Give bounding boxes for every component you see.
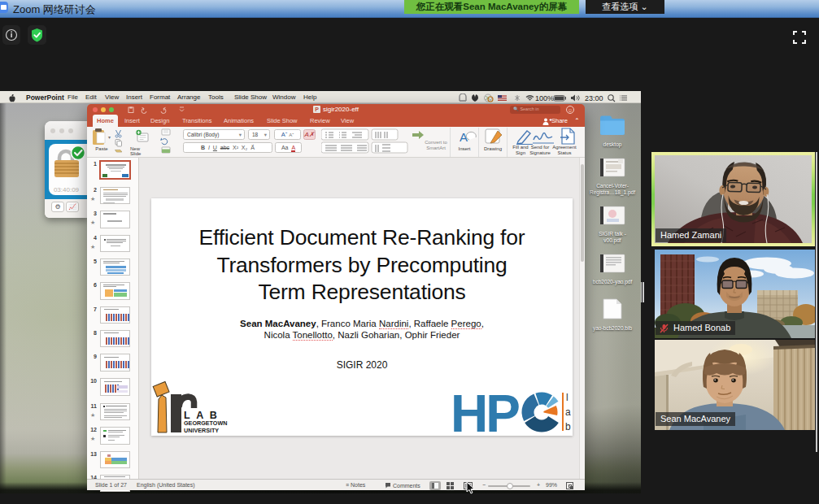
svg-text:23:00: 23:00	[585, 94, 603, 102]
svg-text:100%: 100%	[535, 94, 554, 102]
svg-text:HP: HP	[451, 385, 519, 436]
svg-text:a: a	[565, 406, 571, 418]
svg-text:l: l	[566, 392, 569, 403]
svg-text:UNIVERSITY: UNIVERSITY	[184, 427, 219, 434]
svg-text:b: b	[565, 421, 571, 432]
